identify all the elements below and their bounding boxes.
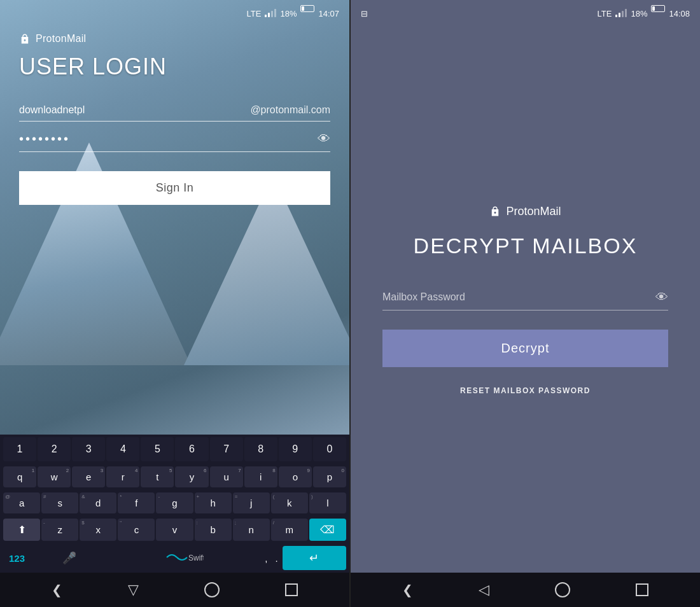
left-screen: LTE 18% 14:07 ProtonMail USER LOGIN @pro… bbox=[0, 0, 349, 607]
key-9[interactable]: 9 bbox=[279, 437, 312, 461]
key-y[interactable]: 6y bbox=[175, 466, 208, 487]
protonmail-logo-right: ProtonMail bbox=[489, 205, 561, 218]
key-6[interactable]: 6 bbox=[175, 437, 208, 461]
key-k[interactable]: (k bbox=[271, 492, 308, 513]
time-display: 14:07 bbox=[318, 9, 339, 18]
shift-key[interactable]: ⬆ bbox=[3, 519, 40, 541]
keyboard-asdf-row: @a #s &d *f -g +h =j (k )l bbox=[0, 490, 349, 516]
key-g[interactable]: -g bbox=[156, 492, 193, 513]
keyboard-qwerty-row: 1q 2w 3e 4r 5t 6y 7u 8i 9o 0p bbox=[0, 464, 349, 490]
enter-key[interactable]: ↵ bbox=[283, 546, 346, 570]
backspace-key[interactable]: ⌫ bbox=[309, 519, 346, 541]
keyboard: 1 2 3 4 5 6 7 8 9 0 1q 2w 3e 4r 5t 6y 7u… bbox=[0, 435, 349, 573]
mailbox-password-row: 👁 bbox=[382, 290, 668, 310]
signal-icon-right bbox=[615, 8, 627, 19]
nav-app-button-right[interactable] bbox=[636, 583, 648, 596]
key-h[interactable]: +h bbox=[195, 492, 232, 513]
key-p[interactable]: 0p bbox=[313, 466, 346, 487]
keyboard-swiftkey-label: SwiftKey bbox=[108, 551, 261, 566]
nav-back-button[interactable]: ❮ bbox=[52, 582, 62, 597]
right-nav-bar: ❮ ◁ bbox=[351, 573, 700, 607]
key-z[interactable]: -z bbox=[41, 519, 78, 541]
password-input[interactable] bbox=[19, 127, 318, 151]
decrypt-button[interactable]: Decrypt bbox=[382, 330, 668, 367]
lock-icon bbox=[19, 33, 31, 45]
keyboard-zxcv-row: ⬆ -z $x "c v :b ;n /m ⌫ bbox=[0, 516, 349, 543]
lte-label-right: LTE bbox=[598, 9, 612, 18]
key-i[interactable]: 8i bbox=[244, 466, 277, 487]
keyboard-period-key[interactable]: . bbox=[271, 548, 281, 569]
key-3[interactable]: 3 bbox=[72, 437, 105, 461]
svg-text:SwiftKey: SwiftKey bbox=[188, 554, 204, 562]
battery-percent-right: 18% bbox=[631, 9, 647, 18]
nav-recent-button-right[interactable] bbox=[555, 582, 570, 597]
key-c[interactable]: "c bbox=[118, 519, 155, 541]
login-content: ProtonMail USER LOGIN @protonmail.com 👁 … bbox=[0, 27, 349, 435]
key-m[interactable]: /m bbox=[271, 519, 308, 541]
battery-percent: 18% bbox=[280, 9, 297, 18]
keyboard-mic-key[interactable]: 🎤 bbox=[31, 551, 108, 565]
decrypt-content: ProtonMail DECRYPT MAILBOX 👁 Decrypt RES… bbox=[351, 27, 700, 573]
nav-back-button-right[interactable]: ❮ bbox=[402, 582, 413, 597]
key-n[interactable]: ;n bbox=[233, 519, 270, 541]
left-status-bar: LTE 18% 14:07 bbox=[0, 0, 349, 27]
key-o[interactable]: 9o bbox=[279, 466, 312, 487]
key-1[interactable]: 1 bbox=[3, 437, 36, 461]
status-right: LTE 18% 14:08 bbox=[598, 5, 690, 22]
key-x[interactable]: $x bbox=[80, 519, 116, 541]
mailbox-password-input[interactable] bbox=[382, 291, 655, 303]
key-5[interactable]: 5 bbox=[141, 437, 174, 461]
nav-home-button[interactable]: ▽ bbox=[128, 582, 139, 598]
username-row: @protonmail.com bbox=[19, 99, 330, 122]
lock-icon-right bbox=[489, 206, 501, 217]
key-j[interactable]: =j bbox=[233, 492, 270, 513]
key-a[interactable]: @a bbox=[3, 492, 40, 513]
keyboard-number-row: 1 2 3 4 5 6 7 8 9 0 bbox=[0, 435, 349, 464]
status-left: ⊟ bbox=[361, 9, 368, 18]
key-0[interactable]: 0 bbox=[313, 437, 346, 461]
reset-mailbox-password-link[interactable]: RESET MAILBOX PASSWORD bbox=[460, 386, 591, 395]
protonmail-logo: ProtonMail bbox=[19, 33, 330, 45]
battery-icon bbox=[300, 5, 314, 22]
username-input[interactable] bbox=[19, 99, 250, 121]
key-4[interactable]: 4 bbox=[106, 437, 139, 461]
nav-app-button[interactable] bbox=[285, 583, 298, 596]
battery-icon-right bbox=[651, 5, 665, 22]
domain-label: @protonmail.com bbox=[250, 99, 330, 121]
key-b[interactable]: :b bbox=[195, 519, 232, 541]
screen-icon: ⊟ bbox=[361, 9, 368, 18]
eye-toggle-icon[interactable]: 👁 bbox=[318, 132, 330, 146]
lte-label: LTE bbox=[247, 9, 262, 18]
decrypt-title: DECRYPT MAILBOX bbox=[414, 234, 638, 258]
key-u[interactable]: 7u bbox=[210, 466, 243, 487]
key-8[interactable]: 8 bbox=[244, 437, 277, 461]
right-status-bar: ⊟ LTE 18% 14:08 bbox=[351, 0, 700, 27]
signal-icon bbox=[265, 8, 276, 19]
left-nav-bar: ❮ ▽ bbox=[0, 573, 349, 607]
key-7[interactable]: 7 bbox=[210, 437, 243, 461]
right-screen: ⊟ LTE 18% 14:08 ProtonMail DECRYPT MAILB… bbox=[351, 0, 700, 607]
signin-button[interactable]: Sign In bbox=[19, 171, 330, 205]
key-v[interactable]: v bbox=[156, 519, 193, 541]
nav-home-button-right[interactable]: ◁ bbox=[479, 582, 489, 598]
key-d[interactable]: &d bbox=[80, 492, 116, 513]
key-t[interactable]: 5t bbox=[141, 466, 174, 487]
eye-toggle-icon-right[interactable]: 👁 bbox=[655, 290, 668, 305]
key-f[interactable]: *f bbox=[118, 492, 155, 513]
key-l[interactable]: )l bbox=[309, 492, 346, 513]
key-2[interactable]: 2 bbox=[38, 437, 71, 461]
password-row: 👁 bbox=[19, 127, 330, 152]
keyboard-123-key[interactable]: 123 bbox=[3, 548, 31, 569]
nav-recent-button[interactable] bbox=[204, 582, 220, 597]
protonmail-logo-text: ProtonMail bbox=[36, 33, 86, 45]
keyboard-bottom-row: 123 🎤 SwiftKey , . ↵ bbox=[0, 543, 349, 573]
keyboard-comma-key[interactable]: , bbox=[261, 548, 271, 569]
protonmail-name-right: ProtonMail bbox=[506, 205, 561, 218]
key-e[interactable]: 3e bbox=[72, 466, 105, 487]
key-r[interactable]: 4r bbox=[106, 466, 139, 487]
key-w[interactable]: 2w bbox=[38, 466, 71, 487]
login-title: USER LOGIN bbox=[19, 53, 330, 80]
key-q[interactable]: 1q bbox=[3, 466, 36, 487]
swiftkey-logo: SwiftKey bbox=[165, 551, 204, 564]
key-s[interactable]: #s bbox=[41, 492, 78, 513]
